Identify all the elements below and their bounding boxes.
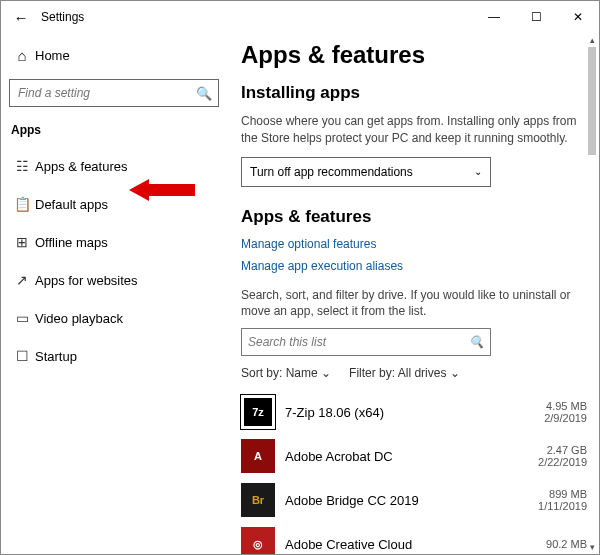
find-setting-search[interactable]: 🔍 xyxy=(9,79,219,107)
app-list: 7z 7-Zip 18.06 (x64) 4.95 MB 2/9/2019 A … xyxy=(241,390,587,554)
app-name: Adobe Creative Cloud xyxy=(285,537,546,552)
app-name: Adobe Bridge CC 2019 xyxy=(285,493,538,508)
settings-window: ← Settings — ☐ ✕ ⌂ Home 🔍 Apps ☷ Apps & … xyxy=(0,0,600,555)
app-list-item[interactable]: 7z 7-Zip 18.06 (x64) 4.95 MB 2/9/2019 xyxy=(241,390,587,434)
apps-features-heading: Apps & features xyxy=(241,207,587,227)
sort-value: Name xyxy=(286,366,318,380)
back-button[interactable]: ← xyxy=(7,9,35,26)
app-icon: A xyxy=(241,439,275,473)
scrollbar-thumb[interactable] xyxy=(588,47,596,155)
sort-by-control[interactable]: Sort by: Name ⌄ xyxy=(241,366,331,380)
filter-value: All drives xyxy=(398,366,447,380)
close-button[interactable]: ✕ xyxy=(557,1,599,33)
sidebar-item-label: Startup xyxy=(35,349,77,364)
app-date: 2/22/2019 xyxy=(538,456,587,468)
app-icon: 7z xyxy=(241,395,275,429)
app-list-item[interactable]: Br Adobe Bridge CC 2019 899 MB 1/11/2019 xyxy=(241,478,587,522)
scroll-down-icon[interactable]: ▾ xyxy=(587,542,597,552)
dropdown-value: Turn off app recommendations xyxy=(250,165,413,179)
sidebar-item-label: Default apps xyxy=(35,197,108,212)
sidebar-item-startup[interactable]: ☐ Startup xyxy=(9,337,219,375)
home-icon: ⌂ xyxy=(9,47,35,64)
app-date: 1/11/2019 xyxy=(538,500,587,512)
sort-label: Sort by: xyxy=(241,366,282,380)
find-setting-input[interactable] xyxy=(16,85,196,101)
page-title: Apps & features xyxy=(241,41,587,69)
app-meta: 2.47 GB 2/22/2019 xyxy=(538,444,587,468)
search-list-input[interactable]: Search this list 🔍 xyxy=(241,328,491,356)
installing-apps-desc: Choose where you can get apps from. Inst… xyxy=(241,113,587,147)
sidebar-item-label: Apps for websites xyxy=(35,273,138,288)
installing-apps-dropdown[interactable]: Turn off app recommendations ⌄ xyxy=(241,157,491,187)
chevron-down-icon: ⌄ xyxy=(321,366,331,380)
sidebar-item-offline-maps[interactable]: ⊞ Offline maps xyxy=(9,223,219,261)
installing-apps-heading: Installing apps xyxy=(241,83,587,103)
app-name: Adobe Acrobat DC xyxy=(285,449,538,464)
video-playback-icon: ▭ xyxy=(9,310,35,326)
title-bar: ← Settings — ☐ ✕ xyxy=(1,1,599,33)
app-icon: Br xyxy=(241,483,275,517)
app-icon: ◎ xyxy=(241,527,275,554)
sidebar-item-apps-features[interactable]: ☷ Apps & features xyxy=(9,147,219,185)
manage-optional-features-link[interactable]: Manage optional features xyxy=(241,237,587,251)
app-name: 7-Zip 18.06 (x64) xyxy=(285,405,544,420)
app-size: 2.47 GB xyxy=(538,444,587,456)
startup-icon: ☐ xyxy=(9,348,35,364)
app-date: 2/9/2019 xyxy=(544,412,587,424)
app-meta: 90.2 MB xyxy=(546,538,587,550)
search-sort-desc: Search, sort, and filter by drive. If yo… xyxy=(241,287,587,321)
app-list-item[interactable]: A Adobe Acrobat DC 2.47 GB 2/22/2019 xyxy=(241,434,587,478)
maximize-button[interactable]: ☐ xyxy=(515,1,557,33)
apps-features-icon: ☷ xyxy=(9,158,35,174)
filter-label: Filter by: xyxy=(349,366,395,380)
apps-websites-icon: ↗ xyxy=(9,272,35,288)
sidebar: ⌂ Home 🔍 Apps ☷ Apps & features 📋 Defaul… xyxy=(1,33,229,554)
app-list-item[interactable]: ◎ Adobe Creative Cloud 90.2 MB xyxy=(241,522,587,554)
app-meta: 899 MB 1/11/2019 xyxy=(538,488,587,512)
manage-app-aliases-link[interactable]: Manage app execution aliases xyxy=(241,259,587,273)
app-size: 90.2 MB xyxy=(546,538,587,550)
search-list-placeholder: Search this list xyxy=(248,335,326,349)
app-meta: 4.95 MB 2/9/2019 xyxy=(544,400,587,424)
sidebar-item-label: Video playback xyxy=(35,311,123,326)
chevron-down-icon: ⌄ xyxy=(474,166,482,177)
sidebar-item-video-playback[interactable]: ▭ Video playback xyxy=(9,299,219,337)
home-nav[interactable]: ⌂ Home xyxy=(9,39,219,71)
sidebar-item-label: Offline maps xyxy=(35,235,108,250)
sort-filter-row: Sort by: Name ⌄ Filter by: All drives ⌄ xyxy=(241,366,587,380)
app-size: 899 MB xyxy=(538,488,587,500)
scroll-up-icon[interactable]: ▴ xyxy=(587,35,597,45)
default-apps-icon: 📋 xyxy=(9,196,35,212)
chevron-down-icon: ⌄ xyxy=(450,366,460,380)
sidebar-category: Apps xyxy=(9,123,219,137)
window-title: Settings xyxy=(41,10,84,24)
search-icon: 🔍 xyxy=(196,86,212,101)
main-content: Apps & features Installing apps Choose w… xyxy=(229,33,599,554)
offline-maps-icon: ⊞ xyxy=(9,234,35,250)
window-body: ⌂ Home 🔍 Apps ☷ Apps & features 📋 Defaul… xyxy=(1,33,599,554)
home-label: Home xyxy=(35,48,70,63)
scrollbar[interactable]: ▴ ▾ xyxy=(587,33,597,554)
sidebar-item-apps-websites[interactable]: ↗ Apps for websites xyxy=(9,261,219,299)
minimize-button[interactable]: — xyxy=(473,1,515,33)
search-icon: 🔍 xyxy=(469,335,484,349)
filter-by-control[interactable]: Filter by: All drives ⌄ xyxy=(349,366,460,380)
sidebar-item-default-apps[interactable]: 📋 Default apps xyxy=(9,185,219,223)
sidebar-item-label: Apps & features xyxy=(35,159,128,174)
app-size: 4.95 MB xyxy=(544,400,587,412)
